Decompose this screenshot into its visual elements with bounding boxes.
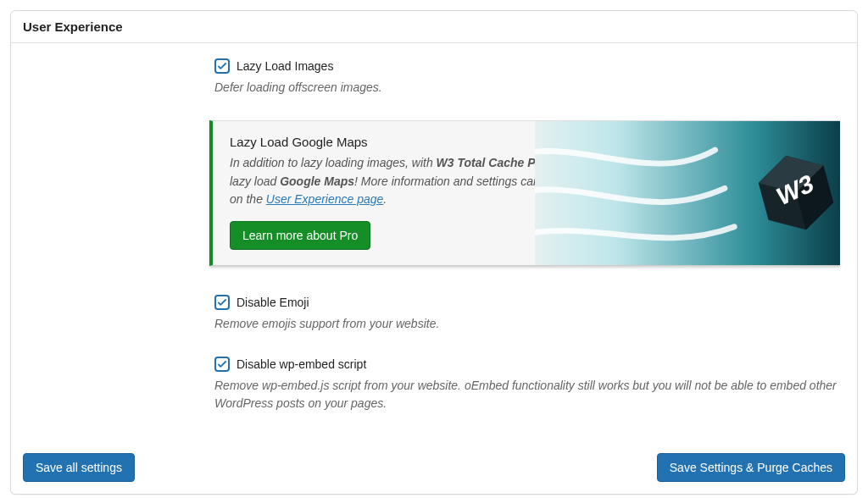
svg-marker-3 — [791, 165, 838, 230]
learn-more-about-pro-button[interactable]: Learn more about Pro — [230, 221, 370, 250]
user-experience-panel: User Experience Lazy Load Images Defer l… — [10, 10, 858, 495]
checkbox-disable-emoji[interactable] — [214, 295, 230, 310]
panel-body: Lazy Load Images Defer loading offscreen… — [11, 43, 857, 445]
desc-lazy-load-images: Defer loading offscreen images. — [214, 79, 840, 97]
svg-text:W3: W3 — [774, 169, 815, 212]
pro-link-user-experience-page[interactable]: User Experience page — [266, 192, 384, 206]
save-settings-purge-caches-button[interactable]: Save Settings & Purge Caches — [657, 453, 845, 482]
checkbox-disable-wp-embed[interactable] — [214, 357, 230, 372]
label-disable-wp-embed: Disable wp-embed script — [236, 357, 366, 371]
svg-marker-2 — [754, 147, 828, 201]
check-icon — [217, 359, 227, 369]
check-icon — [217, 297, 227, 307]
pro-bold-product: W3 Total Cache Pro — [437, 156, 548, 169]
label-disable-emoji: Disable Emoji — [236, 296, 309, 309]
svg-marker-1 — [754, 147, 838, 238]
panel-footer: Save all settings Save Settings & Purge … — [11, 445, 857, 494]
pro-promo-body: In addition to lazy loading images, with… — [230, 154, 594, 209]
checkbox-lazy-load-images[interactable] — [214, 58, 230, 74]
desc-disable-emoji: Remove emojis support from your website. — [214, 315, 840, 333]
pro-text-start: In addition to lazy loading images, with — [230, 156, 437, 169]
settings-column: Lazy Load Images Defer loading offscreen… — [214, 58, 840, 412]
pro-promo-box: W3 Lazy Load Google Maps In addition to … — [209, 120, 840, 266]
pro-promo-title: Lazy Load Google Maps — [230, 135, 823, 149]
label-lazy-load-images: Lazy Load Images — [236, 59, 333, 73]
desc-disable-wp-embed: Remove wp-embed.js script from your webs… — [214, 377, 840, 412]
setting-disable-emoji: Disable Emoji Remove emojis support from… — [214, 295, 840, 333]
pro-text-end: . — [383, 192, 387, 206]
panel-title: User Experience — [11, 11, 857, 43]
setting-lazy-load-images: Lazy Load Images Defer loading offscreen… — [214, 58, 840, 97]
check-icon — [217, 61, 227, 71]
save-all-settings-button[interactable]: Save all settings — [23, 453, 135, 482]
pro-bold-feature: Google Maps — [280, 174, 354, 188]
setting-disable-wp-embed: Disable wp-embed script Remove wp-embed.… — [214, 357, 840, 412]
